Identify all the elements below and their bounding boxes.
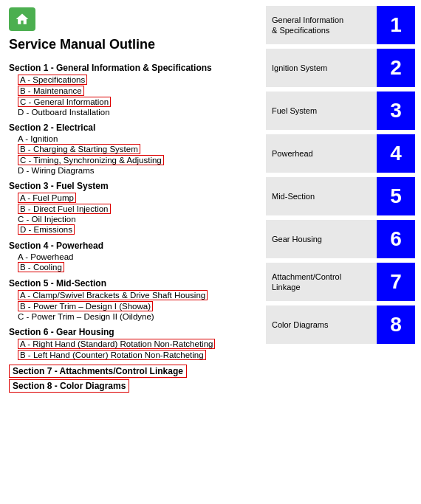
sidebar-item-4[interactable]: Powerhead 4: [266, 134, 415, 173]
section2-item-c[interactable]: C - Timing, Synchronizing & Adjusting: [18, 155, 257, 165]
page-title: Service Manual Outline: [9, 37, 257, 52]
sidebar-number-6: 6: [377, 220, 415, 258]
sidebar-item-5[interactable]: Mid-Section 5: [266, 177, 415, 215]
section1-item-d[interactable]: D - Outboard Installation: [18, 108, 257, 117]
section6-block: Section 6 - Gear Housing A - Right Hand …: [9, 327, 257, 360]
section3-item-a[interactable]: A - Fuel Pump: [18, 193, 257, 203]
sidebar-number-7: 7: [377, 263, 415, 301]
section3-item-b[interactable]: B - Direct Fuel Injection: [18, 204, 257, 214]
section6-header[interactable]: Section 6 - Gear Housing: [9, 327, 257, 337]
sidebar-item-3[interactable]: Fuel System 3: [266, 92, 415, 130]
section4-item-a[interactable]: A - Powerhead: [18, 252, 257, 261]
section1-item-a[interactable]: A - Specifications: [18, 75, 257, 85]
section3-header[interactable]: Section 3 - Fuel System: [9, 181, 257, 191]
sidebar-label-5: Mid-Section: [266, 177, 377, 215]
sidebar-label-2: Ignition System: [266, 49, 377, 87]
section3-block: Section 3 - Fuel System A - Fuel Pump B …: [9, 181, 257, 235]
sidebar-item-7[interactable]: Attachment/Control Linkage 7: [266, 263, 415, 301]
sidebar-item-1[interactable]: General Information& Specifications 1: [266, 6, 415, 44]
section7-8-block: Section 7 - Attachments/Control Linkage …: [9, 365, 257, 394]
section4-item-b[interactable]: B - Cooling: [18, 262, 257, 272]
section4-header[interactable]: Section 4 - Powerhead: [9, 241, 257, 251]
left-content: Service Manual Outline Section 1 - Gener…: [0, 0, 266, 504]
sidebar-item-8[interactable]: Color Diagrams 8: [266, 305, 415, 344]
section7-label[interactable]: Section 7 - Attachments/Control Linkage: [9, 365, 187, 378]
sidebar-label-7: Attachment/Control Linkage: [266, 263, 377, 301]
sidebar-item-2[interactable]: Ignition System 2: [266, 49, 415, 87]
sidebar-number-3: 3: [377, 92, 415, 130]
section6-item-a[interactable]: A - Right Hand (Standard) Rotation Non-R…: [18, 339, 257, 349]
sidebar-number-4: 4: [377, 134, 415, 173]
sidebar-number-8: 8: [377, 305, 415, 344]
section3-item-d[interactable]: D - Emissions: [18, 224, 257, 235]
section5-block: Section 5 - Mid-Section A - Clamp/Swivel…: [9, 278, 257, 321]
home-button[interactable]: [9, 7, 35, 31]
section5-item-c[interactable]: C - Power Trim – Design II (Oildyne): [18, 312, 257, 321]
sidebar-label-6: Gear Housing: [266, 220, 377, 258]
section5-header[interactable]: Section 5 - Mid-Section: [9, 278, 257, 289]
section5-item-a[interactable]: A - Clamp/Swivel Brackets & Drive Shaft …: [18, 290, 257, 300]
section2-item-d[interactable]: D - Wiring Diagrams: [18, 166, 257, 175]
section6-item-b[interactable]: B - Left Hand (Counter) Rotation Non-Rat…: [18, 350, 257, 360]
sidebar-label-1: General Information& Specifications: [266, 6, 377, 44]
section8-label[interactable]: Section 8 - Color Diagrams: [9, 379, 129, 393]
section2-header[interactable]: Section 2 - Electrical: [9, 122, 257, 133]
section3-item-c[interactable]: C - Oil Injection: [18, 215, 257, 224]
section1-header[interactable]: Section 1 - General Information & Specif…: [9, 63, 257, 73]
section2-item-b[interactable]: B - Charging & Starting System: [18, 144, 257, 154]
sidebar-number-2: 2: [377, 49, 415, 87]
section1-block: Section 1 - General Information & Specif…: [9, 63, 257, 117]
section2-block: Section 2 - Electrical A - Ignition B - …: [9, 122, 257, 175]
sidebar-label-4: Powerhead: [266, 134, 377, 173]
section2-item-a[interactable]: A - Ignition: [18, 134, 257, 143]
sidebar-label-3: Fuel System: [266, 92, 377, 130]
sidebar-label-8: Color Diagrams: [266, 305, 377, 344]
sidebar-item-6[interactable]: Gear Housing 6: [266, 220, 415, 258]
section1-item-b[interactable]: B - Maintenance: [18, 86, 257, 96]
right-sidebar: General Information& Specifications 1 Ig…: [266, 0, 421, 504]
sidebar-number-1: 1: [377, 6, 415, 44]
section1-item-c[interactable]: C - General Information: [18, 97, 257, 107]
sidebar-number-5: 5: [377, 177, 415, 215]
section4-block: Section 4 - Powerhead A - Powerhead B - …: [9, 241, 257, 272]
section5-item-b[interactable]: B - Power Trim – Design I (Showa): [18, 301, 257, 311]
